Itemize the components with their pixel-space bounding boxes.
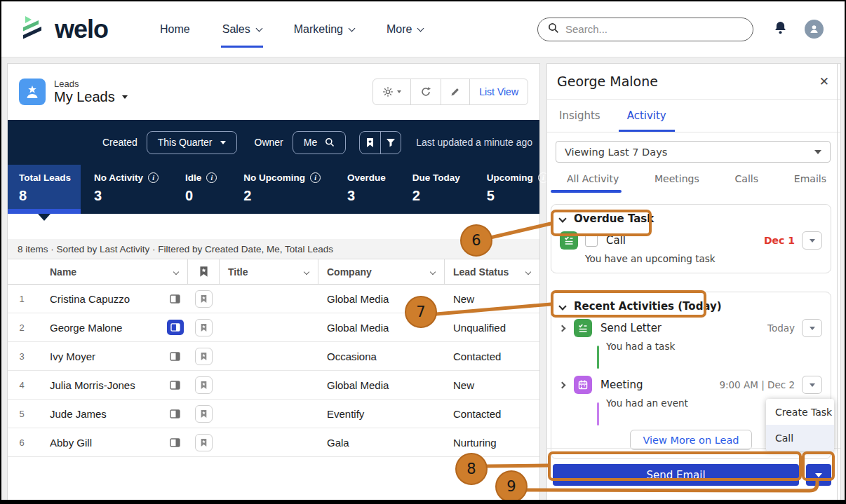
- subtab-meetings[interactable]: Meetings: [654, 173, 699, 184]
- bookmark-button[interactable]: [360, 132, 380, 154]
- activity-time: 9:00 AM | Dec 2: [719, 379, 795, 390]
- nav-item-sales[interactable]: Sales: [222, 23, 262, 36]
- global-search[interactable]: [537, 18, 753, 41]
- created-filter-button[interactable]: This Quarter: [147, 131, 237, 154]
- nav-marketing-label: Marketing: [294, 23, 343, 36]
- task-name: Call: [606, 234, 626, 247]
- lead-status: New: [445, 285, 539, 313]
- panel-footer: Send Email: [547, 448, 840, 500]
- owner-filter-button[interactable]: Me: [293, 131, 346, 154]
- row-bookmark-button[interactable]: [195, 319, 213, 336]
- list-view-selector[interactable]: My Leads: [54, 89, 128, 105]
- bookmark-star-icon: [199, 266, 209, 278]
- list-view-button[interactable]: List View: [470, 79, 528, 104]
- tab-insights[interactable]: Insights: [559, 109, 600, 122]
- table-row-selected[interactable]: 2 George Malone Global Media Unqualified: [8, 313, 539, 342]
- filter-row: Created This Quarter Owner Me: [8, 120, 539, 165]
- task-icon: [574, 319, 592, 337]
- tab-activity[interactable]: Activity: [627, 109, 666, 122]
- open-side-panel-icon[interactable]: [170, 352, 180, 361]
- column-header-company[interactable]: Company: [318, 259, 445, 284]
- open-side-panel-icon[interactable]: [170, 438, 180, 447]
- analytics-bar: Created This Quarter Owner Me: [8, 120, 539, 214]
- table-row[interactable]: 3 Ivy Moyer Occasiona Contacted: [8, 342, 539, 371]
- welo-mark-icon: [21, 14, 49, 45]
- refresh-button[interactable]: [411, 79, 441, 104]
- kpi-idle[interactable]: Idle i 0: [172, 165, 230, 214]
- kpi-overdue[interactable]: Overdue 3: [334, 165, 399, 214]
- panel-header: George Malone ✕: [547, 64, 840, 100]
- subtab-calls[interactable]: Calls: [735, 173, 758, 184]
- notification-bell-icon[interactable]: [773, 20, 788, 39]
- open-side-panel-icon-active[interactable]: [167, 320, 184, 335]
- column-header-title[interactable]: Title: [220, 259, 318, 284]
- leads-title-block: Leads My Leads: [54, 79, 128, 105]
- search-input[interactable]: [565, 23, 743, 35]
- open-side-panel-icon[interactable]: [170, 381, 180, 390]
- row-bookmark-button[interactable]: [195, 434, 213, 451]
- nav-item-marketing[interactable]: Marketing: [294, 23, 354, 36]
- kpi-total-leads[interactable]: Total Leads 8: [8, 165, 81, 214]
- filter-funnel-button[interactable]: [380, 132, 401, 154]
- lead-name: Cristina Capuzzo: [50, 293, 130, 305]
- activity-title: Meeting: [600, 379, 643, 391]
- event-calendar-icon: [574, 376, 592, 394]
- range-value: Viewing Last 7 Days: [565, 147, 667, 158]
- lead-company: Occasiona: [318, 342, 445, 370]
- close-icon[interactable]: ✕: [819, 74, 829, 88]
- send-email-dropdown-button[interactable]: [806, 464, 831, 486]
- chevron-down-icon: [558, 302, 566, 310]
- lead-name: Ivy Moyer: [50, 350, 95, 362]
- chevron-down-icon: [304, 268, 309, 274]
- kpi-no-upcoming[interactable]: No Upcoming i 2: [230, 165, 334, 214]
- settings-gear-button[interactable]: [373, 79, 411, 104]
- owner-label: Owner: [255, 137, 283, 148]
- recent-activities-section-toggle[interactable]: Recent Activities (Today): [560, 299, 822, 313]
- column-header-lead-status[interactable]: Lead Status: [445, 259, 539, 284]
- info-icon: i: [148, 172, 159, 183]
- nav-item-more[interactable]: More: [387, 23, 423, 36]
- activity-range-select[interactable]: Viewing Last 7 Days: [556, 141, 831, 163]
- panel-scrollbar-track[interactable]: [837, 64, 838, 500]
- menu-item-call[interactable]: Call: [766, 425, 834, 451]
- column-header-name[interactable]: Name: [36, 259, 188, 284]
- task-checkbox[interactable]: [585, 234, 598, 247]
- row-bookmark-button[interactable]: [195, 405, 213, 423]
- activity-actions-dropdown[interactable]: [802, 376, 822, 394]
- table-row[interactable]: 4 Julia Morris-Jones Global Media New: [8, 371, 539, 400]
- row-bookmark-button[interactable]: [195, 376, 213, 394]
- kpi-due-today[interactable]: Due Today 2: [399, 165, 474, 214]
- chevron-right-icon[interactable]: [559, 325, 566, 332]
- send-email-button[interactable]: Send Email: [553, 464, 799, 486]
- task-actions-dropdown[interactable]: [802, 231, 822, 250]
- row-number: 5: [8, 400, 36, 428]
- activity-actions-dropdown[interactable]: [802, 319, 822, 337]
- activity-title: Send Letter: [600, 322, 662, 334]
- row-bookmark-button[interactable]: [195, 348, 213, 365]
- row-bookmark-button[interactable]: [195, 290, 213, 308]
- lead-title: [220, 371, 318, 399]
- overdue-task-section-toggle[interactable]: Overdue Task: [560, 212, 822, 226]
- open-side-panel-icon[interactable]: [170, 409, 180, 418]
- brand-logo[interactable]: welo: [21, 14, 108, 45]
- table-row[interactable]: 6 Abby Gill Gala Nurturing: [8, 428, 539, 457]
- lead-status: Nurturing: [445, 428, 539, 456]
- kpi-tabs: Total Leads 8 No Activity i 3 Idle i 0 N…: [8, 165, 539, 214]
- subtab-emails[interactable]: Emails: [794, 173, 826, 184]
- column-header-bookmark[interactable]: [188, 259, 220, 284]
- caret-down-icon: [815, 473, 822, 477]
- nav-item-home[interactable]: Home: [160, 23, 190, 36]
- user-avatar[interactable]: [805, 20, 824, 39]
- view-more-on-lead-button[interactable]: View More on Lead: [630, 430, 751, 450]
- table-row[interactable]: 1 Cristina Capuzzo Global Media New: [8, 285, 539, 313]
- open-side-panel-icon[interactable]: [170, 294, 180, 304]
- table-row[interactable]: 5 Jude James Eventify Contacted: [8, 400, 539, 428]
- chevron-right-icon[interactable]: [559, 381, 566, 388]
- subtab-all-activity[interactable]: All Activity: [567, 173, 619, 184]
- edit-button[interactable]: [441, 79, 470, 104]
- selected-kpi-pointer: [38, 214, 51, 221]
- overdue-task-row: Call Dec 1: [560, 231, 822, 250]
- menu-item-create-task[interactable]: Create Task: [766, 399, 834, 425]
- kpi-no-activity[interactable]: No Activity i 3: [81, 165, 172, 214]
- refresh-icon: [420, 86, 431, 97]
